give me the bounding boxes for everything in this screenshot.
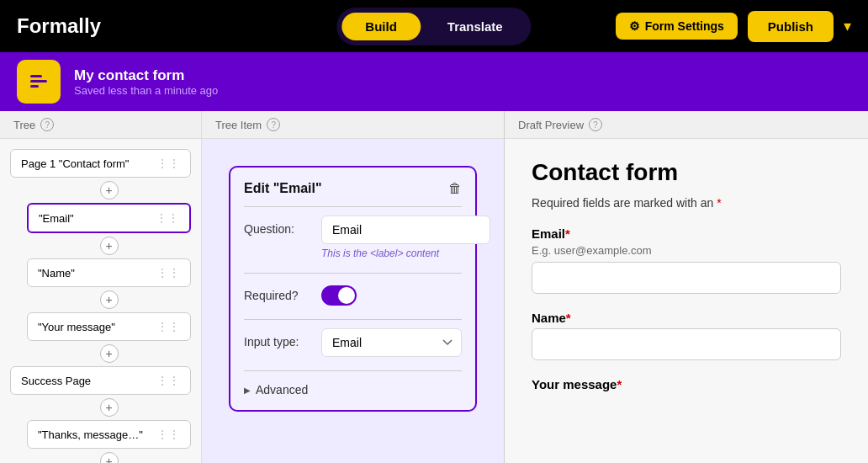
tree-item-panel-header: Tree Item ? (202, 111, 504, 139)
tree-node-name[interactable]: "Name" ⋮⋮ (27, 258, 191, 287)
form-saved-text: Saved less than a minute ago (74, 84, 218, 97)
subheader: My contact form Saved less than a minute… (0, 52, 868, 111)
draft-preview-panel: Draft Preview ? Contact form Required fi… (505, 111, 868, 463)
form-info: My contact form Saved less than a minute… (74, 67, 218, 97)
preview-email-input[interactable] (532, 262, 841, 294)
question-input[interactable] (321, 216, 490, 244)
page-node-label: Page 1 "Contact form" (21, 157, 129, 170)
draft-preview-help-icon[interactable]: ? (589, 118, 602, 131)
topnav: Formally Build Translate ⚙ Form Settings… (0, 0, 868, 52)
input-type-select[interactable]: Email Text Number Tel URL (321, 328, 462, 357)
tree-panel-header: Tree ? (0, 111, 201, 139)
main-layout: Tree ? Page 1 "Contact form" ⋮⋮ + "Email… (0, 111, 868, 463)
preview-message-label: Your message* (532, 377, 841, 391)
drag-handle-message[interactable]: ⋮⋮ (156, 320, 180, 333)
preview-message-star: * (617, 377, 622, 391)
svg-rect-2 (30, 80, 47, 82)
tree-node-email[interactable]: "Email" ⋮⋮ (27, 203, 191, 233)
form-settings-button[interactable]: ⚙ Form Settings (616, 13, 738, 40)
tree-node-page[interactable]: Page 1 "Contact form" ⋮⋮ (10, 149, 191, 178)
publish-button[interactable]: Publish (748, 11, 834, 42)
required-note: Required fields are marked with an * (532, 196, 841, 210)
thanks-node-label: "Thanks, message…" (38, 428, 143, 441)
drag-handle-page[interactable]: ⋮⋮ (156, 157, 180, 170)
divider-2 (244, 273, 462, 274)
preview-email-field: Email* E.g. user@example.com (532, 226, 841, 294)
add-after-success-button[interactable]: + (100, 398, 119, 417)
add-after-name-button[interactable]: + (100, 290, 119, 309)
drag-handle-thanks[interactable]: ⋮⋮ (156, 428, 180, 441)
label-hint: This is the <label> content (321, 244, 490, 259)
preview-email-label: Email* (532, 226, 841, 241)
tree-node-message[interactable]: "Your message" ⋮⋮ (27, 312, 191, 341)
tree-node-success[interactable]: Success Page ⋮⋮ (10, 366, 191, 395)
tree-node-thanks[interactable]: "Thanks, message…" ⋮⋮ (27, 420, 191, 449)
preview-name-label: Name* (532, 311, 841, 325)
tree-content: Page 1 "Contact form" ⋮⋮ + "Email" ⋮⋮ + … (0, 139, 201, 463)
required-field-row: Required? (244, 282, 462, 306)
drag-handle-name[interactable]: ⋮⋮ (156, 266, 180, 279)
tree-item-label: Tree Item (215, 119, 262, 131)
tree-item-help-icon[interactable]: ? (267, 118, 280, 131)
preview-title: Contact form (532, 159, 841, 186)
tree-help-icon[interactable]: ? (40, 118, 54, 131)
question-input-wrap: This is the <label> content (321, 216, 490, 259)
edit-area: Edit "Email" 🗑 Question: This is the <la… (202, 139, 504, 463)
preview-name-star: * (566, 311, 571, 325)
toggle-wrap (321, 282, 357, 306)
translate-tab[interactable]: Translate (424, 13, 527, 40)
build-tab[interactable]: Build (341, 13, 421, 40)
app-logo: Formally (17, 14, 101, 38)
required-toggle[interactable] (321, 285, 357, 306)
draft-preview-label: Draft Preview (518, 119, 584, 131)
required-star-note: * (717, 196, 721, 210)
advanced-label: Advanced (256, 383, 308, 396)
form-title: My contact form (74, 67, 218, 84)
edit-box: Edit "Email" 🗑 Question: This is the <la… (229, 166, 477, 412)
tree-item-panel: Tree Item ? Edit "Email" 🗑 Question: Thi… (202, 111, 505, 463)
divider-3 (244, 319, 462, 320)
question-label: Question: (244, 216, 311, 236)
chevron-down-icon[interactable]: ▾ (844, 17, 851, 35)
toggle-knob (338, 287, 355, 304)
tree-label: Tree (13, 119, 35, 131)
drag-handle-success[interactable]: ⋮⋮ (156, 374, 180, 387)
add-after-thanks: + (27, 449, 191, 463)
divider-1 (244, 206, 462, 207)
email-indent: "Email" ⋮⋮ + "Name" ⋮⋮ + "Your message" (27, 203, 191, 366)
name-node-label: "Name" (38, 267, 75, 279)
add-after-success: + (27, 395, 191, 420)
svg-rect-1 (30, 75, 42, 77)
success-node-label: Success Page (21, 375, 91, 387)
preview-name-input[interactable] (532, 328, 841, 360)
add-after-name: + (27, 287, 191, 312)
add-after-email-button[interactable]: + (100, 237, 119, 255)
add-after-thanks-button[interactable]: + (100, 452, 119, 463)
trash-icon[interactable]: 🗑 (448, 181, 462, 196)
message-node-label: "Your message" (38, 321, 115, 333)
drag-handle-email[interactable]: ⋮⋮ (156, 211, 179, 225)
divider-4 (244, 370, 462, 371)
add-after-message-button[interactable]: + (100, 344, 119, 363)
add-after-page-button[interactable]: + (100, 181, 119, 200)
add-after-page: + (27, 178, 191, 203)
nav-right: ⚙ Form Settings Publish ▾ (616, 11, 851, 42)
input-type-label: Input type: (244, 328, 311, 349)
input-type-field-row: Input type: Email Text Number Tel URL (244, 328, 462, 357)
preview-email-hint: E.g. user@example.com (532, 244, 841, 257)
preview-message-field: Your message* (532, 377, 841, 391)
required-label: Required? (244, 282, 311, 302)
preview-email-star: * (565, 226, 570, 241)
question-field-row: Question: This is the <label> content (244, 216, 462, 259)
advanced-row[interactable]: ▶ Advanced (244, 380, 462, 396)
add-after-email: + (27, 233, 191, 258)
preview-content: Contact form Required fields are marked … (505, 139, 868, 428)
gear-icon: ⚙ (629, 19, 640, 33)
add-after-message: + (27, 341, 191, 366)
triangle-icon: ▶ (244, 386, 251, 395)
preview-name-field: Name* (532, 311, 841, 360)
draft-preview-header: Draft Preview ? (505, 111, 868, 139)
email-node-label: "Email" (39, 212, 74, 225)
form-icon (17, 60, 61, 104)
edit-title: Edit "Email" (244, 181, 322, 196)
